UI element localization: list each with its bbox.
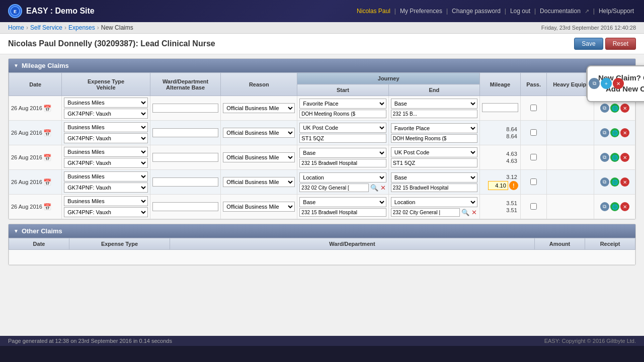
th-end: End bbox=[388, 84, 479, 96]
end-clear-btn[interactable]: ✕ bbox=[471, 208, 477, 217]
pass-checkbox[interactable] bbox=[530, 105, 537, 111]
logout-link[interactable]: Log out bbox=[508, 8, 532, 15]
calendar-icon[interactable]: 📅 bbox=[43, 203, 51, 211]
end-type-select[interactable]: Location bbox=[391, 197, 477, 207]
end-type-select[interactable]: Base bbox=[391, 99, 477, 109]
delete-icon-btn[interactable]: ✕ bbox=[620, 104, 629, 113]
pass-checkbox[interactable] bbox=[530, 203, 537, 210]
ward-input[interactable] bbox=[152, 128, 218, 137]
reason-select[interactable]: Official Business Mile bbox=[223, 128, 295, 138]
mileage-input[interactable] bbox=[482, 103, 518, 112]
add-copy-btn[interactable]: ⧉ bbox=[589, 78, 600, 89]
reason-select[interactable]: Official Business Mile bbox=[223, 152, 295, 162]
th-start: Start bbox=[297, 84, 388, 96]
user-link[interactable]: Nicolas Paul bbox=[355, 8, 392, 15]
start-val-input[interactable] bbox=[299, 159, 386, 167]
start-type-select[interactable]: Location bbox=[299, 172, 386, 183]
end-val-input[interactable] bbox=[391, 134, 477, 143]
end-val-input[interactable] bbox=[391, 184, 477, 192]
vehicle-select[interactable]: GK74PNF: Vauxh bbox=[64, 158, 148, 168]
change-password-link[interactable]: Change password bbox=[450, 8, 503, 15]
reason-select[interactable]: Official Business Mile bbox=[223, 177, 295, 187]
start-type-select[interactable]: Favorite Place bbox=[299, 99, 386, 109]
section-toggle[interactable]: ▼ bbox=[14, 228, 19, 234]
end-val-input[interactable] bbox=[391, 158, 477, 167]
calendar-icon[interactable]: 📅 bbox=[43, 178, 51, 186]
ward-input[interactable] bbox=[152, 177, 218, 187]
vehicle-select[interactable]: GK74PNF: Vauxh bbox=[64, 133, 148, 143]
end-search-btn[interactable]: 🔍 bbox=[461, 208, 470, 217]
mileage-override-input[interactable] bbox=[488, 181, 508, 190]
add-globe-btn[interactable]: + bbox=[601, 78, 612, 89]
end-val-input[interactable] bbox=[391, 110, 477, 118]
reset-button[interactable]: Reset bbox=[605, 38, 636, 50]
delete-icon-btn[interactable]: ✕ bbox=[620, 202, 629, 211]
copy-icon-btn[interactable]: ⧉ bbox=[600, 104, 609, 113]
expense-type-select[interactable]: Business Miles bbox=[64, 196, 148, 206]
globe-icon-btn[interactable]: 🌐 bbox=[610, 202, 619, 211]
start-val-input[interactable] bbox=[299, 110, 386, 118]
warning-info-btn[interactable]: ! bbox=[509, 181, 518, 190]
delete-icon-btn[interactable]: ✕ bbox=[620, 177, 629, 187]
date-cell: 26 Aug 2016 📅 bbox=[9, 96, 62, 121]
breadcrumb-expenses[interactable]: Expenses bbox=[68, 24, 95, 31]
start-val-input[interactable] bbox=[299, 184, 368, 192]
date-cell: 26 Aug 2016 📅 bbox=[9, 121, 62, 145]
start-val-input[interactable] bbox=[299, 134, 386, 143]
expense-type-select[interactable]: Business Miles bbox=[64, 147, 148, 157]
copy-icon-btn[interactable]: ⧉ bbox=[600, 128, 609, 137]
end-type-select[interactable]: UK Post Code bbox=[391, 147, 477, 157]
expense-type-select[interactable]: Business Miles bbox=[64, 171, 148, 182]
calendar-icon[interactable]: 📅 bbox=[43, 154, 51, 161]
expense-type-select[interactable]: Business Miles bbox=[64, 122, 148, 132]
delete-icon-btn[interactable]: ✕ bbox=[620, 128, 629, 137]
calendar-icon[interactable]: 📅 bbox=[43, 129, 51, 137]
calendar-icon[interactable]: 📅 bbox=[43, 105, 51, 112]
other-section-title: Other Claims bbox=[22, 227, 62, 235]
reason-select[interactable]: Official Business Mile bbox=[223, 202, 295, 212]
date-cell: 26 Aug 2016 📅 bbox=[9, 195, 62, 219]
help-link[interactable]: Help/Support bbox=[597, 8, 636, 15]
vehicle-select[interactable]: GK74PNF: Vauxh bbox=[64, 183, 148, 193]
globe-icon-btn[interactable]: 🌐 bbox=[610, 128, 619, 137]
preferences-link[interactable]: My Preferences bbox=[398, 8, 444, 15]
table-row: 26 Aug 2016 📅 Business Miles GK74PNF: Va… bbox=[9, 121, 635, 145]
globe-icon-btn[interactable]: 🌐 bbox=[610, 104, 619, 113]
pass-checkbox[interactable] bbox=[530, 178, 537, 185]
reason-select[interactable]: Official Business Mile bbox=[223, 103, 295, 113]
globe-icon-btn[interactable]: 🌐 bbox=[610, 153, 619, 162]
copy-icon-btn[interactable]: ⧉ bbox=[600, 153, 609, 162]
copy-icon-btn[interactable]: ⧉ bbox=[600, 177, 609, 187]
start-val-input[interactable] bbox=[299, 208, 386, 217]
end-type-select[interactable]: Base bbox=[391, 172, 477, 183]
breadcrumb-home[interactable]: Home bbox=[8, 24, 24, 31]
save-button[interactable]: Save bbox=[574, 38, 603, 50]
pass-checkbox[interactable] bbox=[530, 129, 537, 136]
expense-type-select[interactable]: Business Miles bbox=[64, 98, 148, 108]
th-other-receipt: Receipt bbox=[585, 238, 635, 250]
start-type-select[interactable]: UK Post Code bbox=[299, 123, 386, 133]
ward-input[interactable] bbox=[152, 202, 218, 211]
copy-icon-btn[interactable]: ⧉ bbox=[600, 202, 609, 211]
section-toggle[interactable]: ▼ bbox=[14, 63, 19, 68]
th-date: Date bbox=[9, 73, 62, 96]
start-clear-btn[interactable]: ✕ bbox=[380, 184, 386, 192]
vehicle-select[interactable]: GK74PNF: Vauxh bbox=[64, 109, 148, 119]
start-type-select[interactable]: Base bbox=[299, 148, 386, 158]
vehicle-select[interactable]: GK74PNF: Vauxh bbox=[64, 207, 148, 217]
add-del-btn[interactable]: ✕ bbox=[613, 78, 624, 89]
app-logo: E bbox=[8, 4, 22, 18]
ward-input[interactable] bbox=[152, 153, 218, 162]
documentation-link[interactable]: Documentation bbox=[538, 8, 583, 15]
th-other-date: Date bbox=[9, 238, 69, 250]
start-type-select[interactable]: Base bbox=[299, 197, 386, 207]
end-val-input[interactable] bbox=[391, 208, 460, 217]
breadcrumb-self-service[interactable]: Self Service bbox=[30, 24, 62, 31]
globe-icon-btn[interactable]: 🌐 bbox=[610, 177, 619, 187]
ward-input[interactable] bbox=[152, 104, 218, 113]
delete-icon-btn[interactable]: ✕ bbox=[620, 153, 629, 162]
pass-checkbox[interactable] bbox=[530, 154, 537, 160]
breadcrumb-current: New Claims bbox=[101, 24, 133, 31]
start-search-btn[interactable]: 🔍 bbox=[370, 184, 379, 192]
end-type-select[interactable]: Favorite Place bbox=[391, 123, 477, 133]
